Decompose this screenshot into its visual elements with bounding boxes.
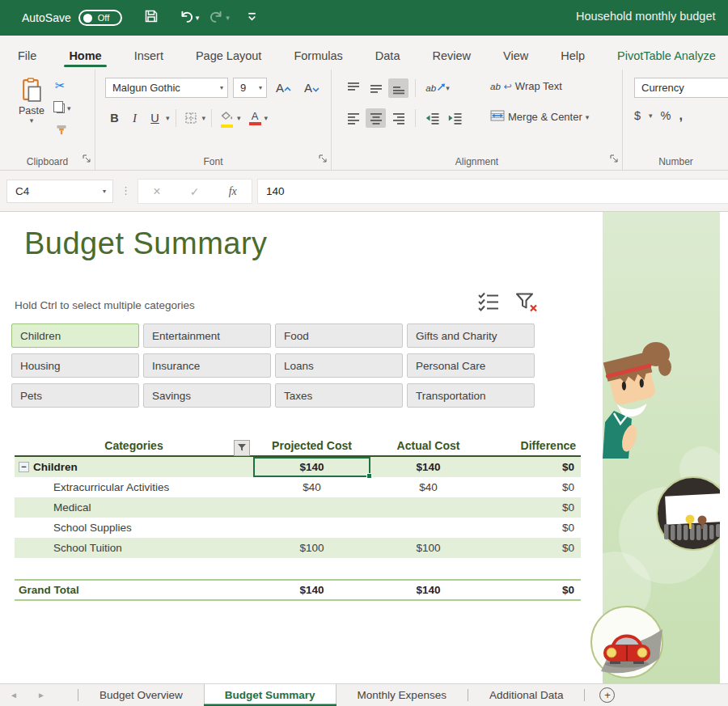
clipboard-dialog-launcher[interactable] bbox=[83, 151, 91, 166]
accounting-format-button[interactable]: $ bbox=[634, 109, 641, 122]
cell-difference[interactable]: $0 bbox=[486, 522, 581, 534]
new-sheet-button[interactable]: + bbox=[599, 687, 615, 703]
italic-button[interactable]: I bbox=[125, 108, 144, 128]
cell-difference[interactable]: $0 bbox=[486, 461, 581, 473]
format-painter-button[interactable] bbox=[55, 123, 71, 139]
bold-button[interactable]: B bbox=[105, 108, 124, 128]
insert-function-button[interactable]: fx bbox=[229, 185, 237, 198]
collapse-children-button[interactable]: − bbox=[19, 462, 29, 472]
slicer-item-savings[interactable]: Savings bbox=[143, 383, 271, 408]
orientation-button[interactable]: ab ▾ bbox=[422, 78, 453, 98]
slicer-item-entertainment[interactable]: Entertainment bbox=[143, 323, 271, 348]
cell-difference[interactable]: $0 bbox=[486, 584, 581, 596]
undo-dropdown-icon[interactable]: ▾ bbox=[196, 14, 200, 22]
enter-button[interactable]: ✓ bbox=[190, 185, 200, 198]
underline-button[interactable]: U bbox=[146, 108, 164, 128]
cell-difference[interactable]: $0 bbox=[486, 542, 581, 554]
tab-file[interactable]: File bbox=[2, 42, 53, 70]
clear-filter-button[interactable] bbox=[514, 291, 539, 316]
align-left-button[interactable] bbox=[343, 108, 363, 128]
cell-category[interactable]: Extracurricular Activities bbox=[15, 481, 253, 493]
tab-insert[interactable]: Insert bbox=[118, 42, 180, 70]
cell-difference[interactable]: $0 bbox=[486, 481, 581, 493]
sheet-tab-additional-data[interactable]: Additional Data bbox=[468, 684, 585, 706]
cell-difference[interactable]: $0 bbox=[486, 501, 581, 514]
copy-button[interactable]: ▾ bbox=[55, 100, 71, 116]
cell-projected[interactable]: $140 bbox=[253, 584, 370, 596]
cell-projected[interactable]: $40 bbox=[253, 481, 370, 493]
cut-button[interactable]: ✂ bbox=[55, 78, 71, 94]
tab-home[interactable]: Home bbox=[53, 42, 117, 70]
header-projected-cost[interactable]: Projected Cost bbox=[253, 439, 370, 452]
multi-select-button[interactable] bbox=[477, 291, 500, 316]
cancel-button[interactable]: × bbox=[153, 184, 160, 199]
slicer-item-children[interactable]: Children bbox=[11, 323, 139, 348]
tab-formulas[interactable]: Formulas bbox=[277, 42, 358, 70]
font-color-button[interactable]: A bbox=[248, 111, 263, 125]
sheet-tab-budget-overview[interactable]: Budget Overview bbox=[78, 684, 204, 706]
selected-cell[interactable]: $140 bbox=[253, 457, 370, 477]
cell-actual[interactable]: $100 bbox=[370, 542, 486, 554]
next-sheet-button[interactable]: ► bbox=[28, 684, 55, 706]
cell-category[interactable]: Grand Total bbox=[15, 584, 253, 596]
borders-button[interactable] bbox=[182, 108, 201, 128]
borders-dropdown-icon[interactable]: ▾ bbox=[202, 114, 206, 122]
tab-help[interactable]: Help bbox=[544, 42, 601, 70]
formula-input[interactable]: 140 bbox=[257, 179, 728, 204]
tab-view[interactable]: View bbox=[487, 42, 544, 70]
redo-button[interactable]: ▾ bbox=[204, 6, 235, 30]
align-top-button[interactable] bbox=[343, 78, 363, 98]
slicer-item-transportation[interactable]: Transportation bbox=[407, 383, 535, 408]
decrease-font-button[interactable]: A bbox=[300, 81, 324, 95]
cell-category[interactable]: Children bbox=[33, 461, 78, 473]
fill-color-button[interactable] bbox=[218, 109, 235, 128]
cell-projected[interactable]: $100 bbox=[253, 542, 370, 554]
wrap-text-button[interactable]: ab↩ Wrap Text bbox=[490, 80, 562, 92]
sheet-tab-monthly-expenses[interactable]: Monthly Expenses bbox=[336, 684, 468, 706]
cell-actual[interactable]: $140 bbox=[370, 584, 486, 596]
increase-font-button[interactable]: A bbox=[272, 81, 295, 95]
font-dialog-launcher[interactable] bbox=[319, 151, 327, 166]
number-format-select[interactable]: Currency bbox=[634, 78, 728, 98]
qat-customize-button[interactable] bbox=[241, 6, 263, 30]
cell-category[interactable]: School Supplies bbox=[15, 522, 253, 534]
category-filter-button[interactable] bbox=[234, 440, 250, 456]
align-center-button[interactable] bbox=[366, 108, 386, 128]
align-right-button[interactable] bbox=[388, 108, 408, 128]
header-actual-cost[interactable]: Actual Cost bbox=[370, 439, 486, 452]
increase-indent-button[interactable] bbox=[445, 108, 465, 128]
slicer-item-personal-care[interactable]: Personal Care bbox=[407, 353, 535, 378]
font-size-select[interactable]: 9 ▾ bbox=[233, 78, 267, 98]
cell-actual[interactable]: $40 bbox=[370, 481, 486, 493]
fill-color-dropdown-icon[interactable]: ▾ bbox=[237, 114, 241, 122]
name-box[interactable]: C4 ▾ bbox=[6, 180, 113, 203]
slicer-item-gifts-and-charity[interactable]: Gifts and Charity bbox=[407, 323, 535, 348]
font-name-select[interactable]: Malgun Gothic ▾ bbox=[105, 78, 228, 98]
accounting-dropdown-icon[interactable]: ▾ bbox=[649, 112, 653, 120]
undo-button[interactable]: ▾ bbox=[174, 6, 205, 30]
slicer-item-loans[interactable]: Loans bbox=[275, 353, 403, 378]
paste-button[interactable]: Paste ▾ bbox=[13, 78, 50, 125]
tab-pivottable-analyze[interactable]: PivotTable Analyze bbox=[601, 42, 728, 70]
prev-sheet-button[interactable]: ◄ bbox=[0, 684, 28, 706]
tab-review[interactable]: Review bbox=[416, 42, 487, 70]
header-difference[interactable]: Difference bbox=[486, 439, 581, 452]
slicer-item-taxes[interactable]: Taxes bbox=[275, 383, 403, 408]
save-button[interactable] bbox=[138, 6, 164, 30]
header-categories[interactable]: Categories bbox=[104, 439, 163, 452]
percent-style-button[interactable]: % bbox=[661, 109, 671, 122]
tab-page-layout[interactable]: Page Layout bbox=[180, 42, 277, 70]
slicer-item-pets[interactable]: Pets bbox=[11, 383, 139, 408]
underline-dropdown-icon[interactable]: ▾ bbox=[166, 114, 170, 122]
autosave-toggle[interactable]: Off bbox=[78, 10, 122, 26]
slicer-item-food[interactable]: Food bbox=[275, 323, 403, 348]
tab-data[interactable]: Data bbox=[359, 42, 417, 70]
comma-style-button[interactable]: , bbox=[679, 108, 683, 123]
align-middle-button[interactable] bbox=[366, 78, 386, 98]
decrease-indent-button[interactable] bbox=[422, 108, 442, 128]
slicer-item-insurance[interactable]: Insurance bbox=[143, 353, 271, 378]
slicer-item-housing[interactable]: Housing bbox=[11, 353, 139, 378]
cell-actual[interactable]: $140 bbox=[370, 461, 486, 473]
cell-category[interactable]: School Tuition bbox=[15, 542, 253, 554]
alignment-dialog-launcher[interactable] bbox=[610, 151, 618, 166]
